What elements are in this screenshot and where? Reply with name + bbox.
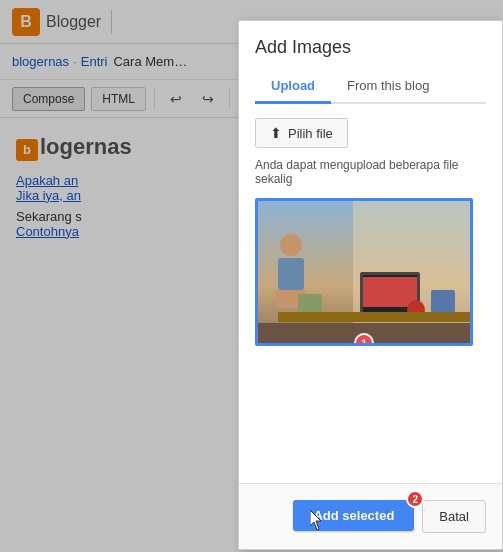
dialog-content: ⬆ Pilih file Anda dapat mengupload beber… bbox=[239, 104, 502, 483]
child-body bbox=[278, 258, 304, 290]
upload-hint: Anda dapat mengupload beberapa file seka… bbox=[255, 158, 486, 186]
cancel-button[interactable]: Batal bbox=[422, 500, 486, 533]
image-thumbnail[interactable]: 1 bbox=[255, 198, 473, 346]
image-grid: 1 bbox=[255, 198, 486, 346]
tab-upload[interactable]: Upload bbox=[255, 70, 331, 104]
dialog-footer: Add selected 2 Batal bbox=[239, 483, 502, 549]
app-container: B Blogger blogernas · Entri Cara Memberi… bbox=[0, 0, 503, 552]
image-scene bbox=[258, 201, 470, 343]
child-head bbox=[280, 234, 302, 256]
tab-from-blog[interactable]: From this blog bbox=[331, 70, 445, 104]
image-badge: 1 bbox=[354, 333, 374, 346]
add-button-wrapper: Add selected 2 bbox=[293, 500, 414, 533]
image-thumb-inner bbox=[258, 201, 470, 343]
upload-icon: ⬆ bbox=[270, 125, 282, 141]
dialog-title: Add Images bbox=[255, 37, 486, 58]
dialog-tabs: Upload From this blog bbox=[255, 70, 486, 104]
dialog-header: Add Images Upload From this blog bbox=[239, 21, 502, 104]
upload-file-button[interactable]: ⬆ Pilih file bbox=[255, 118, 348, 148]
add-images-dialog: Add Images Upload From this blog ⬆ Pilih… bbox=[238, 20, 503, 550]
add-selected-button[interactable]: Add selected bbox=[293, 500, 414, 531]
scene-tabletop bbox=[278, 312, 470, 322]
